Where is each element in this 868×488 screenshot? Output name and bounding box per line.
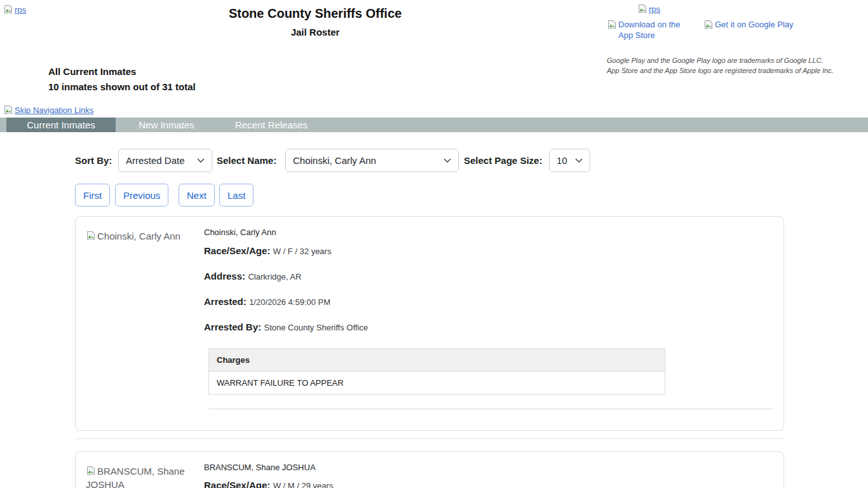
page-size-value: 10	[557, 155, 567, 166]
app-badges: rps Download on the App Store Get it on …	[607, 4, 836, 41]
previous-page-button[interactable]: Previous	[115, 184, 168, 207]
roster-count: 10 inmates shown out of 31 total	[48, 79, 196, 95]
inmate-name-link[interactable]: BRANSCUM, Shane JOSHUA	[204, 463, 316, 472]
tab-recent-releases[interactable]: Recent Releases	[217, 118, 325, 132]
skip-navigation-alt-text: Skip Navigation Links	[15, 105, 93, 115]
chevron-down-icon	[197, 158, 205, 163]
app-store-badge-link[interactable]: Download on the App Store	[607, 19, 693, 41]
page-subtitle: Jail Roster	[0, 27, 630, 37]
tab-bar-spacer	[0, 118, 6, 132]
sort-by-label: Sort By:	[75, 149, 112, 172]
qr-alt-text: rps	[649, 4, 660, 14]
next-page-button[interactable]: Next	[179, 184, 215, 207]
inmate-card: BRANSCUM, Shane JOSHUA BRANSCUM, Shane J…	[75, 451, 784, 488]
address-label: Address:	[204, 271, 245, 281]
page-title: Stone County Sheriffs Office	[0, 6, 630, 21]
tab-label: Current Inmates	[27, 119, 95, 130]
tab-bar: Current Inmates New Inmates Recent Relea…	[0, 118, 868, 132]
broken-image-icon	[703, 20, 714, 30]
qr-code-link[interactable]: rps	[637, 4, 660, 14]
address-row: Address: Clarkridge, AR	[204, 271, 301, 282]
roster-heading: All Current Inmates 10 inmates shown out…	[48, 64, 196, 95]
roster-title: All Current Inmates	[48, 64, 196, 79]
trademark-notice: Google Play and the Google Play logo are…	[607, 55, 836, 76]
arrested-by-label: Arrested By:	[204, 322, 261, 332]
charge-value: WARRANT FAILURE TO APPEAR	[209, 372, 665, 395]
race-sex-age-label: Race/Sex/Age:	[204, 245, 270, 256]
header: Stone County Sheriffs Office Jail Roster	[0, 6, 630, 37]
inmate-name-link[interactable]: Choinski, Carly Ann	[204, 227, 276, 237]
broken-image-icon	[607, 20, 617, 30]
tab-label: New Inmates	[139, 119, 194, 130]
race-sex-age-row: Race/Sex/Age: W / F / 32 years	[204, 245, 331, 257]
broken-image-icon	[86, 231, 96, 241]
first-page-button[interactable]: First	[75, 184, 110, 207]
inmate-photo-alt-text: BRANSCUM, Shane JOSHUA	[86, 466, 185, 488]
inmate-card: Choinski, Carly Ann Choinski, Carly Ann …	[75, 216, 784, 431]
broken-image-icon	[86, 466, 96, 476]
arrested-label: Arrested:	[204, 296, 247, 307]
skip-navigation-link[interactable]: Skip Navigation Links	[3, 105, 93, 115]
race-sex-age-value: W / F / 32 years	[273, 247, 332, 256]
arrested-by-value: Stone County Sheriffs Office	[264, 323, 368, 332]
tab-current-inmates[interactable]: Current Inmates	[6, 118, 116, 132]
charges-header: Charges	[209, 349, 665, 372]
page-size-select[interactable]: 10	[549, 149, 590, 172]
trademark-line-1: Google Play and the Google Play logo are…	[607, 55, 836, 65]
card-divider	[208, 409, 773, 409]
select-name-label: Select Name:	[217, 149, 276, 172]
google-play-badge-link[interactable]: Get it on Google Play	[703, 19, 794, 30]
charges-table: Charges WARRANT FAILURE TO APPEAR	[208, 348, 665, 395]
page-size-label: Select Page Size:	[464, 149, 542, 172]
address-value: Clarkridge, AR	[248, 272, 301, 281]
app-store-alt-text: Download on the App Store	[618, 19, 693, 41]
broken-image-icon	[3, 105, 13, 115]
arrested-row: Arrested: 1/20/2026 4:59:00 PM	[204, 296, 330, 308]
cards-divider	[75, 438, 784, 439]
tab-new-inmates[interactable]: New Inmates	[116, 118, 217, 132]
charge-row: WARRANT FAILURE TO APPEAR	[209, 372, 665, 395]
select-name-value: Choinski, Carly Ann	[293, 155, 376, 166]
sort-by-select[interactable]: Arrested Date	[118, 149, 212, 172]
arrested-by-row: Arrested By: Stone County Sheriffs Offic…	[204, 322, 368, 333]
tab-label: Recent Releases	[235, 119, 308, 130]
inmate-photo-link[interactable]: BRANSCUM, Shane JOSHUA	[86, 464, 193, 488]
google-play-alt-text: Get it on Google Play	[715, 19, 794, 30]
sort-by-value: Arrested Date	[126, 155, 185, 166]
page: rps Stone County Sheriffs Office Jail Ro…	[0, 0, 868, 488]
inmate-photo-link[interactable]: Choinski, Carly Ann	[86, 229, 193, 243]
race-sex-age-label: Race/Sex/Age:	[204, 480, 270, 488]
arrested-value: 1/20/2026 4:59:00 PM	[249, 297, 330, 307]
last-page-button[interactable]: Last	[219, 184, 254, 207]
chevron-down-icon	[575, 158, 583, 163]
select-name-select[interactable]: Choinski, Carly Ann	[285, 149, 459, 172]
inmate-photo-alt-text: Choinski, Carly Ann	[97, 231, 180, 241]
trademark-line-2: App Store and the App Store logo are reg…	[607, 65, 836, 76]
race-sex-age-value: W / M / 29 years	[273, 481, 334, 488]
race-sex-age-row: Race/Sex/Age: W / M / 29 years	[204, 480, 333, 488]
chevron-down-icon	[444, 158, 451, 163]
broken-image-icon	[637, 4, 648, 14]
